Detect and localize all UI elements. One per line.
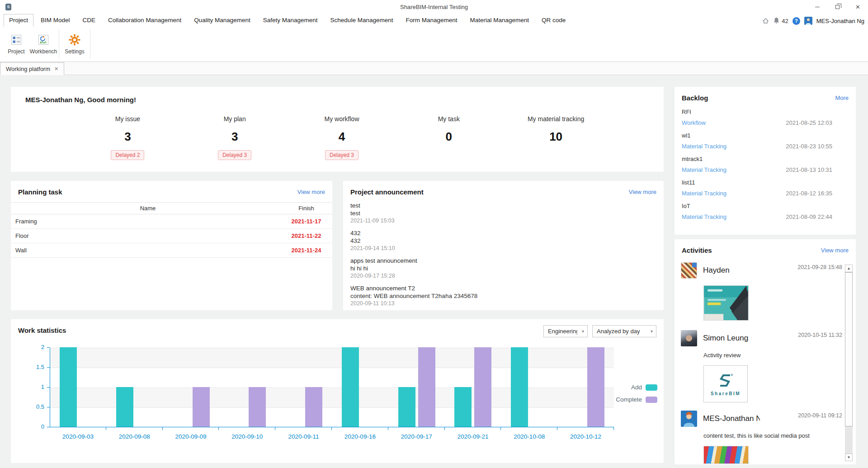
backlog-item-name: list11 (682, 179, 849, 186)
list-item[interactable]: WEB announcement T2 content: WEB announc… (350, 285, 656, 307)
scroll-up-button[interactable]: ▲ (845, 265, 853, 272)
stat-my-task[interactable]: My task 0 (395, 115, 502, 160)
working-platform-page: MES-Jonathan Ng, Good morning! My issue … (0, 75, 868, 468)
list-item: RFI Workflow 2021-08-25 12:03 (682, 109, 849, 126)
backlog-item-type-link[interactable]: Material Tracking (682, 213, 726, 220)
scroll-down-button[interactable]: ▼ (845, 454, 853, 461)
work-statistics-title: Work statistics (18, 326, 66, 334)
menu-tab-collaboration-management[interactable]: Collaboration Management (103, 14, 187, 27)
backlog-more-link[interactable]: More (835, 95, 849, 101)
menu-tab-bim-model[interactable]: BIM Model (35, 14, 75, 27)
backlog-title: Backlog (682, 94, 708, 102)
stat-my-material-tracking[interactable]: My material tracking 10 (502, 115, 609, 160)
activity-post: Simon Leung 2020-10-15 11:32 Activity re… (681, 330, 842, 402)
menu-bar: Project BIM Model CDE Collaboration Mana… (0, 14, 868, 27)
menu-tab-material-management[interactable]: Material Management (464, 14, 534, 27)
menu-tab-quality-management[interactable]: Quality Management (189, 14, 256, 27)
ribbon-project-label: Project (8, 48, 24, 55)
chart-category-2020-09-10 (219, 348, 276, 427)
scrollbar-thumb[interactable] (845, 272, 853, 426)
analysis-mode-select[interactable]: Analyzed by day ▾ (592, 325, 656, 337)
minimize-button[interactable] (807, 0, 827, 14)
tab-close-icon[interactable]: ✕ (54, 66, 58, 72)
analysis-mode-select-value: Analyzed by day (597, 328, 640, 335)
backlog-item-type-link[interactable]: Material Tracking (682, 166, 726, 173)
scrollbar-track[interactable] (845, 272, 853, 454)
legend-item-add[interactable]: Add (631, 384, 657, 391)
activity-attachment-photo[interactable] (703, 285, 842, 322)
ribbon-settings-button[interactable]: Settings (61, 27, 88, 61)
ribbon-settings-label: Settings (65, 48, 84, 55)
backlog-item-type-link[interactable]: Workflow (682, 119, 706, 126)
activities-view-more-link[interactable]: View more (821, 247, 849, 254)
task-name: Wall (11, 243, 280, 258)
stat-value: 0 (395, 130, 502, 144)
table-row[interactable]: Framing 2021-11-17 (11, 214, 332, 229)
activity-user-name[interactable]: Simon Leung (703, 334, 748, 343)
activity-attachment-collage[interactable] (703, 446, 842, 464)
backlog-item-type-link[interactable]: Material Tracking (682, 143, 726, 150)
bar-complete (587, 347, 604, 427)
avatar[interactable] (681, 411, 697, 427)
x-tick-label: 2020-09-10 (219, 433, 275, 440)
ribbon-project-button[interactable]: Project (3, 27, 30, 61)
menu-tab-cde[interactable]: CDE (77, 14, 101, 27)
home-icon[interactable] (762, 18, 769, 24)
stat-label: My plan (181, 115, 288, 123)
issue-type-select-value: Engineering Is (548, 328, 577, 335)
list-item[interactable]: apps test announcement hi hi hi 2020-09-… (350, 257, 656, 279)
table-row[interactable]: Floor 2021-11-22 (11, 229, 332, 243)
chart-category-2020-09-09 (163, 348, 219, 427)
sharebim-logo-text: ShareBIM (711, 391, 741, 396)
help-icon[interactable]: ? (793, 17, 800, 25)
ribbon-workbench-button[interactable]: Workbench (30, 27, 57, 61)
planning-view-more-link[interactable]: View more (297, 189, 325, 195)
title-bar: S ShareBIM-Internal Testing ✕ (0, 0, 868, 14)
stat-my-issue[interactable]: My issue 3 Delayed 2 (74, 115, 181, 160)
y-tick-label: 2 (17, 344, 50, 350)
announcement-view-more-link[interactable]: View more (629, 189, 656, 195)
menu-tab-safety-management[interactable]: Safety Management (258, 14, 323, 27)
tab-working-platform[interactable]: Working platform ✕ (0, 62, 64, 75)
ribbon-workbench-label: Workbench (30, 48, 57, 55)
user-avatar[interactable] (804, 17, 812, 25)
activities-scrollbar[interactable]: ▲ ▼ (845, 265, 853, 461)
list-item[interactable]: 432 432 2021-09-14 15:10 (350, 230, 656, 251)
stat-my-workflow[interactable]: My workflow 4 Delayed 3 (288, 115, 396, 160)
menu-tab-qr-code[interactable]: QR code (536, 14, 571, 27)
avatar-badge (692, 263, 697, 267)
chart-x-ticks (50, 427, 614, 430)
table-row[interactable]: Wall 2021-11-24 (11, 243, 332, 258)
activity-attachment-logo[interactable]: ShareBIM (703, 365, 842, 402)
bar-complete (474, 347, 491, 427)
stat-value: 4 (288, 130, 396, 144)
tab-working-platform-label: Working platform (6, 66, 50, 72)
menu-tab-form-management[interactable]: Form Management (400, 14, 462, 27)
avatar[interactable] (681, 330, 697, 346)
x-tick-mark (219, 427, 275, 430)
list-item: list11 Material Tracking 2021-08-12 16:3… (682, 179, 849, 197)
menu-tab-schedule-management[interactable]: Schedule Management (325, 14, 399, 27)
user-name[interactable]: MES-Jonathan Ng (816, 18, 864, 24)
y-tick-label: 0 (17, 423, 50, 430)
announcement-item-time: 2020-09-11 10:13 (350, 300, 656, 307)
close-button[interactable]: ✕ (848, 0, 868, 14)
stat-my-plan[interactable]: My plan 3 Delayed 3 (181, 115, 288, 160)
bar-add (511, 347, 528, 427)
menu-tab-project[interactable]: Project (4, 14, 33, 27)
notifications-bell-icon[interactable] (773, 17, 780, 24)
activity-user-name[interactable]: MES-Jonathan Ng (703, 414, 760, 423)
avatar[interactable] (681, 262, 697, 279)
y-tick-label: 1.5 (17, 364, 50, 370)
task-finish-date: 2021-11-24 (280, 243, 332, 258)
chart-category-2020-10-12 (557, 348, 614, 427)
announcement-item-time: 2020-09-17 15:28 (350, 273, 656, 279)
chevron-down-icon: ▾ (582, 329, 584, 334)
legend-item-complete[interactable]: Complete (616, 396, 657, 403)
restore-button[interactable] (827, 0, 848, 14)
list-item[interactable]: test test 2021-11-09 15:03 (350, 202, 656, 224)
x-tick-mark (163, 427, 219, 430)
issue-type-select[interactable]: Engineering Is ▾ (543, 325, 588, 337)
activity-user-name[interactable]: Hayden (703, 266, 730, 275)
backlog-item-type-link[interactable]: Material Tracking (682, 190, 726, 197)
